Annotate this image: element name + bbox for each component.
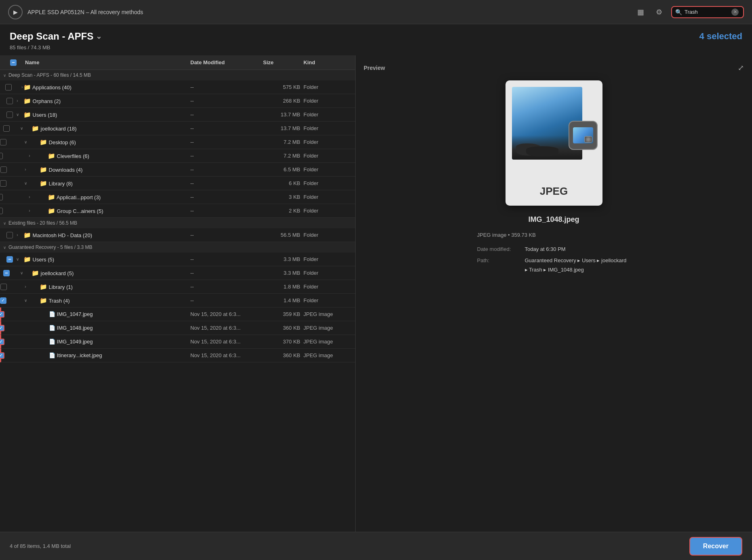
expand-arrow-icon[interactable]: ∨ <box>19 126 23 131</box>
row-date: -- <box>190 139 263 145</box>
row-date: Nov 15, 2020 at 6:3... <box>190 352 263 358</box>
row-checkbox[interactable] <box>0 352 4 359</box>
row-name: 📄 IMG_1047.jpeg <box>25 311 190 317</box>
col-kind-header[interactable]: Kind <box>303 59 352 65</box>
check-cell: ∨ <box>3 256 23 263</box>
row-date: -- <box>190 256 263 262</box>
row-kind: Folder <box>303 84 352 90</box>
row-kind: Folder <box>303 256 352 262</box>
calendar-icon[interactable]: ▦ <box>634 6 647 19</box>
top-bar: ▶ APPLE SSD AP0512N – All recovery metho… <box>0 0 752 24</box>
row-size: 2 KB <box>263 208 303 214</box>
table-row[interactable]: › 📁 Cleverfiles (6) -- 7.2 MB Folder <box>0 149 355 163</box>
title-chevron-icon[interactable]: ⌄ <box>96 32 102 41</box>
check-cell <box>4 352 25 359</box>
section-chevron-icon[interactable]: ∨ <box>3 73 6 78</box>
preview-card: JPEG <box>506 80 602 206</box>
expand-arrow-icon[interactable]: ∨ <box>15 112 20 117</box>
filter-icon[interactable]: ⚙ <box>653 6 666 19</box>
col-date-header[interactable]: Date Modified <box>190 59 263 65</box>
row-checkbox[interactable] <box>0 208 3 214</box>
row-date: -- <box>190 180 263 186</box>
row-name: 📁 Library (8) <box>23 180 190 187</box>
table-row[interactable]: ∨ 📁 Users (5) -- 3.3 MB Folder <box>0 253 355 266</box>
table-row[interactable]: 📄 IMG_1047.jpeg Nov 15, 2020 at 6:3... 3… <box>0 307 355 321</box>
scan-title: Deep Scan - APFS <box>10 31 93 42</box>
recover-button[interactable]: Recover <box>689 537 742 556</box>
row-checkbox[interactable] <box>0 194 3 200</box>
row-checkbox[interactable] <box>0 325 4 331</box>
check-cell: › <box>3 208 23 214</box>
row-checkbox[interactable] <box>0 153 3 159</box>
row-checkbox[interactable] <box>6 112 13 118</box>
row-name: 📄 IMG_1049.jpeg <box>25 339 190 345</box>
row-checkbox[interactable] <box>0 339 4 345</box>
row-checkbox[interactable] <box>6 256 13 263</box>
section-chevron-icon[interactable]: ∨ <box>3 245 6 250</box>
table-row[interactable]: 📄 Itinerary...icket.jpeg Nov 15, 2020 at… <box>0 349 355 362</box>
row-kind: JPEG image <box>303 325 352 331</box>
row-kind: Folder <box>303 112 352 118</box>
row-checkbox[interactable] <box>0 166 7 173</box>
row-size: 359 KB <box>263 311 303 317</box>
search-icon: 🔍 <box>675 9 682 15</box>
play-button[interactable]: ▶ <box>8 5 23 19</box>
table-row[interactable]: › 📁 Orphans (2) -- 268 KB Folder <box>0 94 355 108</box>
row-name: 📁 Desktop (6) <box>23 139 190 146</box>
table-row[interactable]: › 📁 Downloads (4) -- 6.5 MB Folder <box>0 163 355 177</box>
col-size-header[interactable]: Size <box>263 59 303 65</box>
row-date: -- <box>190 232 263 238</box>
row-checkbox[interactable] <box>6 98 13 104</box>
row-size: 360 KB <box>263 352 303 358</box>
check-cell <box>4 325 25 331</box>
preview-expand-icon[interactable]: ⤢ <box>738 63 744 72</box>
select-all-checkbox[interactable] <box>10 59 17 66</box>
row-checkbox[interactable] <box>0 284 7 290</box>
expand-arrow-icon[interactable]: ∨ <box>19 271 23 275</box>
row-date: -- <box>190 98 263 104</box>
search-input[interactable] <box>685 9 729 15</box>
row-size: 3.3 MB <box>263 256 303 262</box>
table-row[interactable]: ∨ 📁 joellockard (18) -- 13.7 MB Folder <box>0 122 355 135</box>
table-row[interactable]: › 📁 Applications (40) -- 575 KB Folder <box>0 80 355 94</box>
table-row[interactable]: › 📁 Library (1) -- 1.8 MB Folder <box>0 280 355 294</box>
table-row[interactable]: › 📁 Macintosh HD - Data (20) -- 56.5 MB … <box>0 228 355 242</box>
row-checkbox[interactable] <box>0 311 4 318</box>
check-cell: › <box>3 284 23 290</box>
row-checkbox[interactable] <box>0 180 6 187</box>
expand-arrow-icon[interactable]: ∨ <box>15 257 20 261</box>
row-checkbox[interactable] <box>3 270 10 276</box>
table-row[interactable]: ∨ 📁 Desktop (6) -- 7.2 MB Folder <box>0 135 355 149</box>
row-checkbox[interactable] <box>0 139 6 145</box>
top-bar-left: ▶ APPLE SSD AP0512N – All recovery metho… <box>8 5 143 19</box>
check-cell <box>4 339 25 345</box>
table-row[interactable]: ∨ 📁 Users (18) -- 13.7 MB Folder <box>0 108 355 122</box>
search-clear-button[interactable]: ✕ <box>731 8 739 16</box>
table-container: Name Date Modified Size Kind ∨ Deep Scan… <box>0 55 752 532</box>
bottom-bar: 4 of 85 items, 1.4 MB total Recover <box>0 532 752 560</box>
table-row[interactable]: 📄 IMG_1049.jpeg Nov 15, 2020 at 6:3... 3… <box>0 335 355 349</box>
row-date: -- <box>190 84 263 90</box>
preview-panel-header: Preview ⤢ <box>364 63 744 72</box>
table-row[interactable]: ∨ 📁 joellockard (5) -- 3.3 MB Folder <box>0 266 355 280</box>
row-checkbox[interactable] <box>3 125 10 132</box>
table-row[interactable]: ∨ 📁 Library (8) -- 6 KB Folder <box>0 177 355 190</box>
table-row[interactable]: ∨ 📁 Trash (4) -- 1.4 MB Folder <box>0 294 355 307</box>
col-name-header[interactable]: Name <box>23 59 190 65</box>
expand-arrow-icon[interactable]: › <box>15 99 20 103</box>
expand-arrow-icon[interactable]: › <box>13 85 21 89</box>
row-date: -- <box>190 297 263 303</box>
row-date: -- <box>190 208 263 214</box>
row-size: 370 KB <box>263 339 303 345</box>
row-checkbox[interactable] <box>5 84 12 91</box>
section-chevron-icon[interactable]: ∨ <box>3 221 6 225</box>
table-row[interactable]: › 📁 Applicati...pport (3) -- 3 KB Folder <box>0 190 355 204</box>
expand-arrow-icon[interactable]: › <box>15 233 20 237</box>
check-cell: › <box>3 153 23 159</box>
table-row[interactable]: › 📁 Group C...ainers (5) -- 2 KB Folder <box>0 204 355 218</box>
row-checkbox[interactable] <box>0 297 6 304</box>
table-row[interactable]: 📄 IMG_1048.jpeg Nov 15, 2020 at 6:3... 3… <box>0 321 355 335</box>
section-existing-files: ∨ Existing files - 20 files / 56.5 MB <box>0 218 355 228</box>
row-checkbox[interactable] <box>6 232 13 238</box>
row-size: 3 KB <box>263 194 303 200</box>
